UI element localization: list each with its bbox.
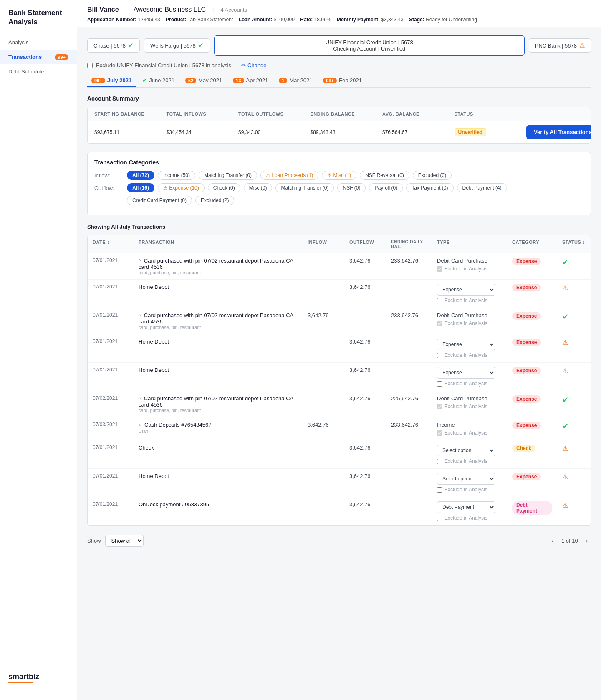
col-outflow: OUTFLOW	[344, 235, 386, 253]
tab-chase[interactable]: Chase | 5678 ✔	[87, 38, 140, 53]
type-dropdown[interactable]: Expense	[437, 367, 495, 379]
sidebar-item-transactions[interactable]: Transactions 99+	[0, 50, 77, 64]
cell-inflow	[303, 497, 344, 505]
col-transaction[interactable]: TRANSACTION	[134, 235, 303, 253]
category-badge: Expense	[512, 395, 541, 403]
cat-check[interactable]: Check (0)	[208, 183, 240, 192]
cat-expense[interactable]: ⚠ Expense (10)	[158, 183, 205, 192]
month-tab-mar[interactable]: 1 Mar 2021	[275, 74, 316, 87]
month-label-may: May 2021	[198, 77, 222, 83]
cat-nsf-reversal[interactable]: NSF Reversal (0)	[360, 171, 409, 180]
val-status: Unverified	[448, 125, 520, 139]
show-select[interactable]: Show all 10 25 50	[105, 535, 144, 547]
cell-outflow: 3,642.76	[344, 440, 386, 455]
tab-wells[interactable]: Wells Fargo | 5678 ✔	[144, 38, 210, 53]
expand-icon[interactable]: ^	[139, 258, 141, 263]
month-tab-jun[interactable]: ✔ June 2021	[138, 74, 179, 87]
cat-all-inflow[interactable]: All (72)	[127, 171, 154, 180]
type-dropdown[interactable]: Expense	[437, 284, 495, 296]
prev-page-button[interactable]: ‹	[548, 536, 557, 546]
exclude-checkbox[interactable]	[437, 459, 442, 464]
showing-label: Showing All July Transactions	[87, 224, 591, 230]
cell-type: Debit Card Purchase Exclude in Analysis	[432, 308, 507, 331]
cat-nsf[interactable]: NSF (0)	[337, 183, 366, 192]
cat-credit-card[interactable]: Credit Card Payment (0)	[127, 196, 192, 205]
cell-outflow: 3,642.76	[344, 280, 386, 294]
sidebar-item-analysis[interactable]: Analysis	[0, 35, 77, 50]
expand-icon[interactable]: ^	[139, 396, 141, 401]
exclude-checkbox[interactable]	[437, 487, 442, 493]
cat-misc-in[interactable]: ⚠ Misc (1)	[322, 171, 356, 180]
verified-icon: ✔	[562, 396, 568, 404]
exclude-analysis: Exclude in Analysis	[437, 321, 502, 326]
cell-type: Expense Exclude in Analysis	[432, 280, 507, 308]
exclude-checkbox[interactable]	[437, 516, 442, 521]
exclude-checkbox[interactable]	[437, 321, 442, 326]
type-dropdown[interactable]: Select option	[437, 473, 495, 485]
cell-category: Expense	[507, 334, 557, 350]
exclude-checkbox[interactable]	[437, 298, 442, 303]
type-dropdown[interactable]: Expense	[437, 339, 495, 350]
cell-ending-bal: 233,642.76	[386, 417, 432, 432]
cell-status: ⚠	[557, 363, 591, 379]
page-info: 1 of 10	[561, 538, 578, 544]
next-page-button[interactable]: ›	[582, 536, 591, 546]
exclude-checkbox[interactable]	[437, 430, 442, 436]
sidebar-item-label: Debt Schedule	[8, 68, 44, 75]
type-dropdown[interactable]: Select option	[437, 445, 495, 456]
type-dropdown[interactable]: Debt Payment	[437, 501, 495, 513]
month-label-mar: Mar 2021	[289, 77, 312, 83]
cell-status: ⚠	[557, 469, 591, 485]
month-tab-apr[interactable]: 13 Apr 2021	[229, 74, 272, 87]
summary-header-row: STARTING BALANCE TOTAL INFLOWS TOTAL OUT…	[88, 107, 591, 121]
warn-icon: ⚠	[579, 42, 585, 49]
exclude-row: Exclude UNIFY Financial Credit Union | 5…	[87, 62, 591, 68]
cat-matching-transfer-in[interactable]: Matching Transfer (0)	[199, 171, 257, 180]
cat-income[interactable]: Income (50)	[158, 171, 195, 180]
col-status[interactable]: STATUS ↕	[557, 235, 591, 253]
cell-date: 07/01/2021	[88, 440, 134, 455]
exclude-checkbox[interactable]	[87, 63, 93, 68]
cell-transaction: Home Depot	[134, 469, 303, 483]
cat-excluded-out[interactable]: Excluded (2)	[195, 196, 234, 205]
val-total-outflows: $9,343.00	[232, 125, 304, 139]
exclude-analysis: Exclude in Analysis	[437, 458, 502, 464]
cat-matching-transfer-out[interactable]: Matching Transfer (0)	[275, 183, 334, 192]
expand-icon[interactable]: >	[139, 422, 141, 427]
cell-ending-bal: 233,642.76	[386, 308, 432, 323]
month-tab-may[interactable]: 52 May 2021	[181, 74, 226, 87]
expand-icon[interactable]: ^	[139, 313, 141, 318]
sidebar-item-debt-schedule[interactable]: Debt Schedule	[0, 64, 77, 79]
change-link[interactable]: ✏ Change	[241, 62, 267, 68]
cell-status: ⚠	[557, 280, 591, 296]
cat-debt-payment[interactable]: Debt Payment (4)	[457, 183, 507, 192]
cell-inflow	[303, 363, 344, 371]
status-badge: Unverified	[455, 128, 487, 136]
month-tab-jul[interactable]: 99+ July 2021	[87, 74, 136, 87]
exclude-label: Exclude UNIFY Financial Credit Union | 5…	[96, 62, 231, 68]
col-ending-daily: ENDING DAILY BAL.	[386, 235, 432, 253]
tab-unify[interactable]: UNIFY Financial Credit Union | 5678 Chec…	[214, 35, 525, 56]
exclude-checkbox[interactable]	[437, 266, 442, 272]
col-date[interactable]: DATE ↕	[88, 235, 134, 253]
exclude-checkbox[interactable]	[437, 404, 442, 409]
header-top: Bill Vance | Awesome Business LLC | 4 Ac…	[87, 6, 591, 13]
verify-all-button[interactable]: Verify All Transactions	[526, 125, 591, 139]
tab-pnc[interactable]: PNC Bank | 5678 ⚠	[529, 38, 591, 53]
month-tab-feb[interactable]: 99+ Feb 2021	[319, 74, 366, 87]
cell-category: Expense	[507, 469, 557, 485]
cat-excluded-in[interactable]: Excluded (0)	[413, 171, 452, 180]
exclude-checkbox[interactable]	[437, 381, 442, 387]
cat-all-outflow[interactable]: All (16)	[127, 183, 154, 192]
category-badge: Expense	[512, 312, 541, 320]
cat-tax-payment[interactable]: Tax Payment (0)	[406, 183, 453, 192]
cat-misc-out[interactable]: Misc (0)	[244, 183, 273, 192]
header-meta: Application Number: 12345643 Product: Ta…	[87, 17, 591, 23]
col-starting-balance: STARTING BALANCE	[88, 107, 160, 121]
exclude-checkbox[interactable]	[437, 353, 442, 358]
cat-payroll[interactable]: Payroll (0)	[369, 183, 403, 192]
cell-outflow: 3,642.76	[344, 497, 386, 512]
cell-date: 07/01/2021	[88, 308, 134, 322]
cat-loan-proceeds[interactable]: ⚠ Loan Proceeds (1)	[260, 171, 318, 180]
exclude-analysis: Exclude in Analysis	[437, 487, 502, 493]
